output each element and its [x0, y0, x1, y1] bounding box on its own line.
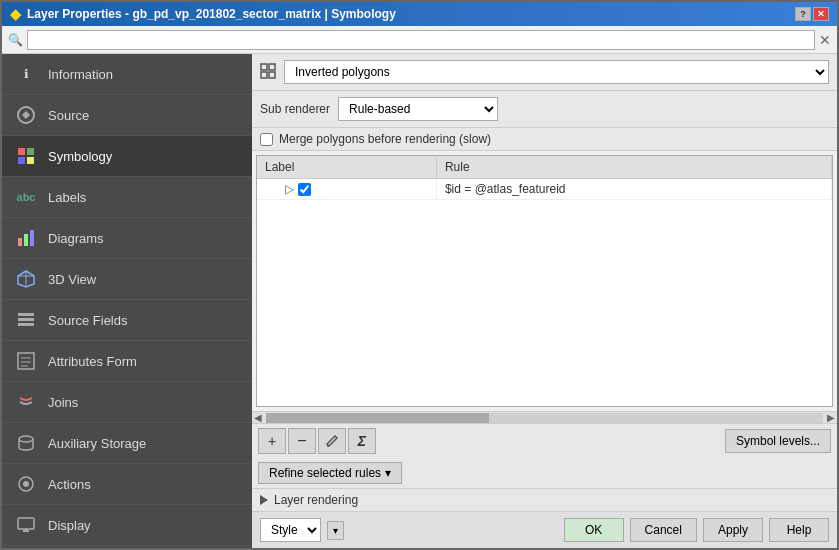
sidebar-item-symbology[interactable]: Symbology	[2, 136, 252, 177]
scroll-thumb[interactable]	[266, 413, 489, 423]
sidebar-item-actions[interactable]: Actions	[2, 464, 252, 505]
diagrams-icon	[14, 226, 38, 250]
sidebar-item-rendering[interactable]: Rendering	[2, 546, 252, 548]
svg-rect-4	[27, 157, 34, 164]
layer-rendering-label: Layer rendering	[274, 493, 358, 507]
svg-rect-11	[18, 313, 34, 316]
labels-icon: abc	[14, 185, 38, 209]
bottom-bar: Style ▾ OK Cancel Apply Help	[252, 511, 837, 548]
table-cell-label: ▷	[257, 179, 436, 200]
svg-point-18	[19, 436, 33, 442]
merge-label: Merge polygons before rendering (slow)	[279, 132, 491, 146]
scroll-left-btn[interactable]: ◀	[252, 412, 264, 423]
symbology-icon	[14, 144, 38, 168]
apply-button[interactable]: Apply	[703, 518, 763, 542]
merge-checkbox[interactable]	[260, 133, 273, 146]
add-rule-button[interactable]: +	[258, 428, 286, 454]
rule-checkbox[interactable]	[298, 183, 311, 196]
renderer-type-icon	[260, 63, 276, 82]
renderer-bar: Inverted polygons Single symbol Categori…	[252, 54, 837, 91]
sidebar-label-3dview: 3D View	[48, 272, 96, 287]
search-input[interactable]	[27, 30, 815, 50]
rules-toolbar: + − Σ Symbol levels...	[252, 423, 837, 458]
information-icon: ℹ	[14, 62, 38, 86]
sidebar-item-information[interactable]: ℹ Information	[2, 54, 252, 95]
scroll-right-btn[interactable]: ▶	[825, 412, 837, 423]
cancel-button[interactable]: Cancel	[630, 518, 697, 542]
sidebar-label-joins: Joins	[48, 395, 78, 410]
sidebar-label-diagrams: Diagrams	[48, 231, 104, 246]
horizontal-scrollbar[interactable]: ◀ ▶	[252, 411, 837, 423]
auxiliary-storage-icon	[14, 431, 38, 455]
refine-bar: Refine selected rules ▾	[252, 458, 837, 488]
sidebar-label-labels: Labels	[48, 190, 86, 205]
sidebar-item-3dview[interactable]: 3D View	[2, 259, 252, 300]
main-content: ℹ Information Source Symb	[2, 54, 837, 548]
title-bar-left: ◆ Layer Properties - gb_pd_vp_201802_sec…	[10, 6, 396, 22]
edit-rule-button[interactable]	[318, 428, 346, 454]
search-clear-button[interactable]: ✕	[819, 32, 831, 48]
svg-rect-3	[18, 157, 25, 164]
refine-icon-button[interactable]: Σ	[348, 428, 376, 454]
title-bar: ◆ Layer Properties - gb_pd_vp_201802_sec…	[2, 2, 837, 26]
help-button[interactable]: ?	[795, 7, 811, 21]
svg-rect-2	[27, 148, 34, 155]
sidebar-item-display[interactable]: Display	[2, 505, 252, 546]
svg-rect-21	[18, 518, 34, 529]
svg-rect-27	[261, 72, 267, 78]
main-window: ◆ Layer Properties - gb_pd_vp_201802_sec…	[0, 0, 839, 550]
svg-rect-7	[30, 230, 34, 246]
layer-rendering-header[interactable]: Layer rendering	[260, 493, 829, 507]
sidebar-item-source-fields[interactable]: Source Fields	[2, 300, 252, 341]
rules-table: Label Rule ▷ $id = @atl	[257, 156, 832, 200]
sidebar-item-joins[interactable]: Joins	[2, 382, 252, 423]
svg-rect-28	[269, 72, 275, 78]
layer-rendering-expand-icon	[260, 495, 268, 505]
sub-renderer-bar: Sub renderer Rule-based Single symbol Ca…	[252, 91, 837, 128]
merge-bar: Merge polygons before rendering (slow)	[252, 128, 837, 151]
style-select[interactable]: Style	[260, 518, 321, 542]
refine-selected-label: Refine selected rules	[269, 466, 381, 480]
svg-rect-1	[18, 148, 25, 155]
sidebar: ℹ Information Source Symb	[2, 54, 252, 548]
sidebar-label-symbology: Symbology	[48, 149, 112, 164]
help-button-bottom[interactable]: Help	[769, 518, 829, 542]
sidebar-label-actions: Actions	[48, 477, 91, 492]
renderer-select[interactable]: Inverted polygons Single symbol Categori…	[284, 60, 829, 84]
svg-rect-25	[261, 64, 267, 70]
sidebar-item-source[interactable]: Source	[2, 95, 252, 136]
sidebar-item-attributes-form[interactable]: Attributes Form	[2, 341, 252, 382]
search-bar: 🔍 ✕	[2, 26, 837, 54]
sidebar-label-source: Source	[48, 108, 89, 123]
svg-rect-14	[18, 353, 34, 369]
svg-point-20	[23, 481, 29, 487]
scroll-track[interactable]	[266, 413, 823, 423]
rules-table-container: Label Rule ▷ $id = @atl	[256, 155, 833, 407]
style-dropdown-button[interactable]: ▾	[327, 521, 344, 540]
sub-renderer-label: Sub renderer	[260, 102, 330, 116]
sidebar-label-information: Information	[48, 67, 113, 82]
sidebar-item-diagrams[interactable]: Diagrams	[2, 218, 252, 259]
refine-selected-button[interactable]: Refine selected rules ▾	[258, 462, 402, 484]
svg-rect-5	[18, 238, 22, 246]
joins-icon	[14, 390, 38, 414]
symbol-levels-button[interactable]: Symbol levels...	[725, 429, 831, 453]
sub-renderer-select[interactable]: Rule-based Single symbol Categorized Gra…	[338, 97, 498, 121]
title-controls: ? ✕	[795, 7, 829, 21]
remove-rule-button[interactable]: −	[288, 428, 316, 454]
sidebar-item-labels[interactable]: abc Labels	[2, 177, 252, 218]
ok-button[interactable]: OK	[564, 518, 624, 542]
col-label: Label	[257, 156, 436, 179]
svg-rect-13	[18, 323, 34, 326]
right-panel: Inverted polygons Single symbol Categori…	[252, 54, 837, 548]
search-icon: 🔍	[8, 33, 23, 47]
table-row[interactable]: ▷ $id = @atlas_featureid	[257, 179, 832, 200]
sidebar-label-auxiliary-storage: Auxiliary Storage	[48, 436, 146, 451]
sidebar-label-attributes-form: Attributes Form	[48, 354, 137, 369]
actions-icon	[14, 472, 38, 496]
table-cell-rule: $id = @atlas_featureid	[436, 179, 831, 200]
close-button[interactable]: ✕	[813, 7, 829, 21]
display-icon	[14, 513, 38, 537]
sidebar-item-auxiliary-storage[interactable]: Auxiliary Storage	[2, 423, 252, 464]
sidebar-label-source-fields: Source Fields	[48, 313, 127, 328]
